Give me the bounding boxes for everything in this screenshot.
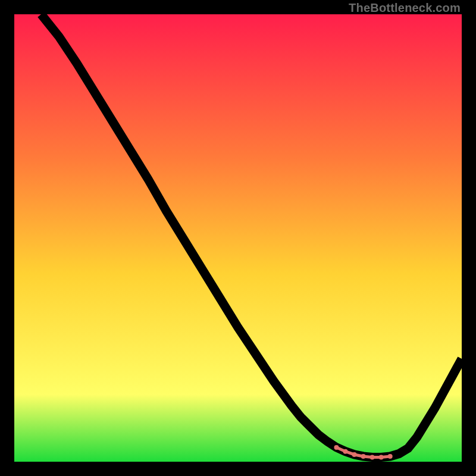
- marker-dot: [370, 455, 375, 459]
- gradient-background: [14, 14, 462, 462]
- chart-frame: [14, 14, 462, 462]
- bottleneck-chart: [14, 14, 462, 462]
- marker-dot: [334, 445, 339, 450]
- marker-dot: [343, 449, 347, 454]
- watermark-text: TheBottleneck.com: [349, 1, 461, 15]
- marker-dot: [352, 452, 357, 457]
- marker-dot: [379, 455, 384, 459]
- marker-dot: [361, 454, 366, 459]
- marker-dot: [388, 454, 393, 459]
